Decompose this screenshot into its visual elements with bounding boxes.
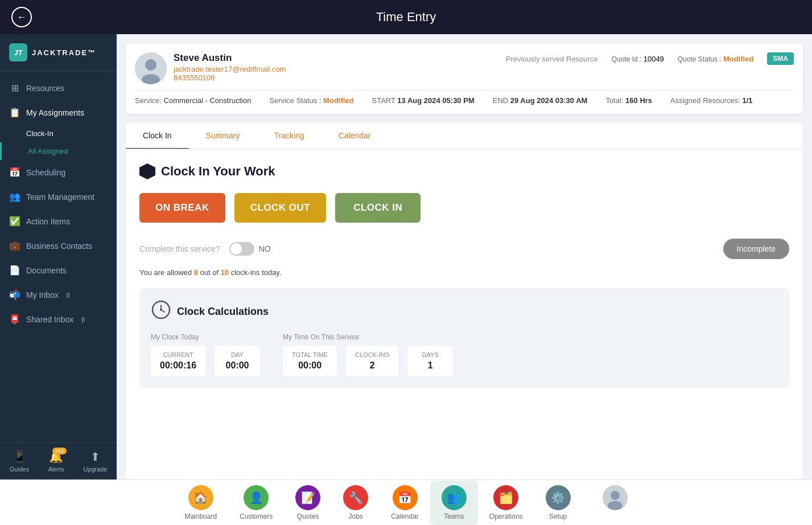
bottom-nav-quotes[interactable]: 📝 Quotes bbox=[284, 481, 332, 525]
operations-label: Operations bbox=[489, 512, 523, 520]
days-label: DAYS bbox=[417, 351, 444, 358]
sidebar-label-business-contacts: Business Contacts bbox=[26, 241, 92, 251]
total-detail: Total: 160 Hrs bbox=[605, 96, 652, 105]
quote-id-label: Quote Id : bbox=[612, 55, 644, 63]
incomplete-button[interactable]: Incomplete bbox=[723, 239, 789, 259]
clock-info-num2: 10 bbox=[221, 268, 229, 277]
teams-icon: 👥 bbox=[442, 485, 467, 510]
bottom-nav-calendar[interactable]: 📅 Calendar bbox=[380, 481, 430, 525]
my-assignments-icon: 📋 bbox=[9, 107, 20, 118]
sidebar-label-resources: Resources bbox=[26, 84, 64, 93]
action-items-icon: ✅ bbox=[9, 216, 20, 227]
logo-icon: JT bbox=[9, 43, 27, 61]
start-value: 13 Aug 2024 05:30 PM bbox=[397, 96, 474, 105]
calendar-label: Calendar bbox=[391, 512, 419, 520]
svg-point-1 bbox=[145, 59, 156, 71]
clock-in-button[interactable]: CLOCK IN bbox=[335, 193, 421, 223]
quotes-label: Quotes bbox=[297, 512, 319, 520]
sidebar-sub-all-assigned[interactable]: All Assigned bbox=[0, 142, 117, 160]
bottom-nav-setup[interactable]: ⚙️ Setup bbox=[534, 481, 582, 525]
bottom-nav-customers[interactable]: 👤 Customers bbox=[228, 481, 284, 525]
calc-item-clock-ins: CLOCK-INS 2 bbox=[346, 346, 398, 376]
business-contacts-icon: 💼 bbox=[9, 240, 20, 251]
sidebar-item-business-contacts[interactable]: 💼 Business Contacts bbox=[0, 233, 117, 258]
quote-status: Quote Status : Modified bbox=[678, 54, 753, 64]
service-status-label: Service Status : bbox=[269, 96, 323, 105]
jobs-icon: 🔧 bbox=[343, 485, 368, 510]
bottom-nav-operations[interactable]: 🗂️ Operations bbox=[478, 481, 534, 525]
calc-group-service: My Time On This Service TOTAL TIME 00:00… bbox=[283, 333, 453, 376]
shared-inbox-badge: β bbox=[81, 316, 85, 323]
service-detail: Service: Commercial - Construction bbox=[135, 96, 251, 105]
upgrade-button[interactable]: ⬆ Upgrade bbox=[83, 450, 107, 473]
sidebar-nav: ⊞ Resources 📋 My Assignments Clock-In Al… bbox=[0, 71, 117, 442]
sidebar-item-shared-inbox[interactable]: 📮 Shared Inbox β bbox=[0, 307, 117, 331]
day-value: 00:00 bbox=[224, 360, 251, 371]
resource-meta: Previously served Resource Quote Id : 10… bbox=[506, 52, 794, 65]
top-header: ← Time Entry bbox=[0, 0, 812, 34]
alerts-label: Alerts bbox=[48, 466, 64, 473]
back-button[interactable]: ← bbox=[11, 7, 32, 27]
tabs-bar: Clock In Summary Tracking Calendar bbox=[126, 123, 803, 150]
tab-calendar-label: Calendar bbox=[339, 131, 371, 140]
alerts-badge: 268 bbox=[52, 448, 67, 454]
bottom-nav-jobs[interactable]: 🔧 Jobs bbox=[332, 481, 380, 525]
clock-calc-section: Clock Calculations My Clock Today CURREN… bbox=[139, 288, 789, 388]
bottom-nav-user-avatar[interactable] bbox=[591, 481, 639, 525]
quotes-icon: 📝 bbox=[295, 485, 320, 510]
service-value: Commercial - Construction bbox=[164, 96, 252, 105]
total-value: 160 Hrs bbox=[625, 96, 652, 105]
calc-group-today: My Clock Today CURRENT 00:00:16 DAY 00:0… bbox=[151, 333, 260, 376]
sidebar-item-scheduling[interactable]: 📅 Scheduling bbox=[0, 160, 117, 184]
customers-icon: 👤 bbox=[244, 485, 269, 510]
team-management-icon: 👥 bbox=[9, 191, 20, 202]
bottom-nav-teams[interactable]: 👥 Teams bbox=[430, 481, 478, 525]
calc-item-total-time: TOTAL TIME 00:00 bbox=[283, 346, 337, 376]
clock-out-button[interactable]: CLOCK OUT bbox=[234, 193, 327, 223]
svg-point-8 bbox=[611, 491, 620, 500]
on-break-button[interactable]: ON BREAK bbox=[139, 193, 225, 223]
toggle-container[interactable]: NO bbox=[229, 242, 271, 256]
sidebar-item-action-items[interactable]: ✅ Action Items bbox=[0, 209, 117, 233]
tab-summary-label: Summary bbox=[206, 131, 240, 140]
tab-summary[interactable]: Summary bbox=[189, 123, 257, 150]
resource-name: Steve Austin bbox=[174, 52, 499, 64]
tab-calendar[interactable]: Calendar bbox=[321, 123, 388, 150]
quote-id: Quote Id : 10049 bbox=[612, 54, 664, 64]
resources-icon: ⊞ bbox=[9, 83, 20, 93]
back-icon: ← bbox=[17, 11, 27, 23]
service-status-value: Modified bbox=[323, 96, 353, 105]
content-area: Steve Austin jacktrade.tester17@rediffma… bbox=[117, 34, 812, 479]
sidebar-sub-clock-in[interactable]: Clock-In bbox=[0, 125, 117, 142]
clock-ins-value: 2 bbox=[355, 360, 389, 371]
sidebar-label-clock-in: Clock-In bbox=[26, 129, 53, 138]
sidebar-item-team-management[interactable]: 👥 Team Management bbox=[0, 184, 117, 209]
sidebar-item-my-inbox[interactable]: 📬 My Inbox β bbox=[0, 282, 117, 307]
calc-groups: My Clock Today CURRENT 00:00:16 DAY 00:0… bbox=[151, 333, 778, 376]
sidebar-item-resources[interactable]: ⊞ Resources bbox=[0, 76, 117, 100]
calendar-icon: 📅 bbox=[393, 485, 418, 510]
calc-item-days: DAYS 1 bbox=[407, 346, 453, 376]
sidebar-item-my-assignments[interactable]: 📋 My Assignments bbox=[0, 100, 117, 125]
tab-clock-in[interactable]: Clock In bbox=[126, 123, 189, 150]
service-status-detail: Service Status : Modified bbox=[269, 96, 353, 105]
guides-button[interactable]: 📱 Guides bbox=[10, 450, 30, 473]
guides-icon: 📱 bbox=[13, 450, 27, 464]
end-detail: END 29 Aug 2024 03:30 AM bbox=[493, 96, 588, 105]
resource-card: Steve Austin jacktrade.tester17@rediffma… bbox=[126, 43, 803, 114]
sma-badge: SMA bbox=[767, 52, 794, 65]
documents-icon: 📄 bbox=[9, 265, 20, 276]
sidebar-label-my-assignments: My Assignments bbox=[26, 108, 84, 117]
alerts-button[interactable]: 🔔 268 Alerts bbox=[48, 450, 64, 473]
quote-status-value: Modified bbox=[723, 55, 753, 63]
tab-tracking[interactable]: Tracking bbox=[257, 123, 321, 150]
toggle-track[interactable] bbox=[229, 242, 254, 256]
resource-info: Steve Austin jacktrade.tester17@rediffma… bbox=[174, 52, 499, 82]
bottom-nav-mainboard[interactable]: 🏠 Mainboard bbox=[173, 481, 228, 525]
clock-ins-label: CLOCK-INS bbox=[355, 351, 389, 358]
start-label: START bbox=[372, 96, 398, 105]
tab-clock-in-label: Clock In bbox=[143, 131, 172, 140]
sidebar-logo: JT JACKTRADE™ bbox=[0, 34, 117, 71]
sidebar-item-documents[interactable]: 📄 Documents bbox=[0, 258, 117, 282]
my-clock-today-label: My Clock Today bbox=[151, 333, 260, 341]
